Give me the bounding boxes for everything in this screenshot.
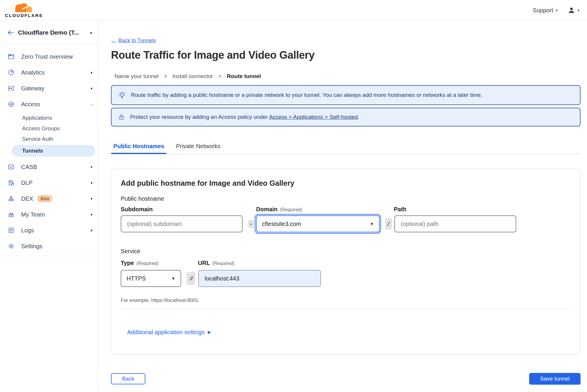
- user-menu[interactable]: ▾: [568, 6, 579, 14]
- dot-separator: .: [248, 220, 254, 228]
- sidebar-item-access-groups[interactable]: Access Groups: [0, 123, 98, 134]
- lightbulb-icon: [118, 91, 126, 99]
- back-arrow-icon: [7, 29, 14, 36]
- expand-arrow-icon: ▶: [208, 328, 211, 336]
- sidebar-item-access[interactable]: Access ▴: [0, 96, 98, 112]
- card-heading: Add public hostname for Image and Video …: [121, 179, 571, 187]
- required-hint: (Required): [212, 261, 235, 266]
- chevron-up-icon: ▴: [91, 102, 92, 106]
- overview-icon: [8, 53, 15, 60]
- breadcrumb: Name your tunnel > Install connector > R…: [111, 73, 581, 80]
- sidebar-item-dlp[interactable]: DLP ▾: [0, 175, 98, 191]
- sidebar-nav: Zero Trust overview Analytics ▾ Gateway: [0, 45, 98, 256]
- sidebar-item-gateway[interactable]: Gateway ▾: [0, 80, 98, 96]
- footer-actions: Back Save tunnel: [111, 373, 581, 385]
- sidebar-item-my-team[interactable]: My Team ▾: [0, 207, 98, 222]
- service-field-labels: Type(Required) URL(Required): [121, 259, 571, 267]
- url-label: URL(Required): [198, 259, 235, 267]
- logo-wordmark: CLOUDFLARE: [5, 13, 43, 18]
- sidebar-item-logs[interactable]: Logs ▾: [0, 222, 98, 238]
- service-fields-row: HTTPS ▼ ://: [121, 270, 571, 287]
- select-caret-icon: ▼: [370, 222, 374, 226]
- additional-settings-toggle[interactable]: Additional application settings ▶: [127, 328, 211, 336]
- dlp-icon: [8, 179, 15, 186]
- protect-banner-text: Protect your resource by adding an Acces…: [130, 114, 359, 120]
- sidebar-divider: [0, 256, 98, 256]
- page-title: Route Traffic for Image and Video Galler…: [111, 48, 581, 62]
- team-icon: [8, 211, 15, 218]
- chevron-down-icon: ▾: [90, 228, 92, 233]
- beta-badge: Beta: [37, 195, 52, 202]
- sidebar-item-applications[interactable]: Applications: [0, 113, 98, 123]
- support-menu[interactable]: Support ▾: [533, 7, 558, 14]
- analytics-icon: [8, 69, 15, 76]
- hostname-tabs: Public Hostnames Private Networks: [111, 143, 581, 154]
- public-hostname-label: Public hostname: [121, 195, 571, 202]
- tip-banner-text: Route traffic by adding a public hostnam…: [131, 92, 482, 98]
- access-applications-self-hosted-link[interactable]: Access > Applications > Self-hosted: [269, 114, 358, 120]
- sidebar-item-service-auth[interactable]: Service Auth: [0, 134, 98, 144]
- slash-separator: /: [385, 218, 392, 230]
- breadcrumb-step-name-tunnel[interactable]: Name your tunnel: [115, 73, 159, 80]
- chevron-down-icon: ▾: [90, 86, 92, 91]
- access-policy-banner: Protect your resource by adding an Acces…: [111, 108, 581, 126]
- back-button[interactable]: Back: [111, 373, 145, 384]
- sidebar-item-analytics[interactable]: Analytics ▾: [0, 65, 98, 80]
- tab-public-hostnames[interactable]: Public Hostnames: [111, 143, 166, 154]
- scheme-separator: ://: [186, 272, 195, 285]
- sidebar-item-tunnels[interactable]: Tunnels: [12, 145, 95, 157]
- breadcrumb-separator: >: [218, 73, 221, 80]
- sidebar-item-casb[interactable]: CASB ▾: [0, 159, 98, 175]
- path-label: Path: [394, 206, 406, 213]
- chevron-down-icon: ▾: [90, 70, 92, 75]
- cloudflare-cloud-icon: [11, 3, 38, 13]
- access-icon: [8, 101, 15, 108]
- chevron-down-icon: ▾: [90, 165, 92, 169]
- service-type-select[interactable]: HTTPS ▼: [121, 270, 181, 287]
- topbar-right: Support ▾ ▾: [533, 6, 579, 14]
- back-to-tunnels-link[interactable]: ← Back to Tunnels: [111, 38, 156, 44]
- hostname-field-labels: Subdomain Domain(Required) Path: [121, 206, 571, 213]
- select-caret-icon: ▼: [171, 276, 175, 281]
- lock-icon: [118, 114, 125, 121]
- cloudflare-logo[interactable]: CLOUDFLARE: [5, 3, 43, 18]
- back-arrow-icon: ←: [111, 38, 116, 44]
- url-example-hint: For example, https://localhost:8001: [121, 298, 571, 303]
- type-label: Type(Required): [121, 259, 198, 267]
- gear-icon: [8, 243, 15, 250]
- chevron-down-icon: ▾: [578, 8, 579, 12]
- sidebar: Cloudflare Demo (T... ▸ Zero Trust overv…: [0, 21, 98, 392]
- sidebar-item-zero-trust-overview[interactable]: Zero Trust overview: [0, 49, 98, 65]
- subdomain-input[interactable]: [121, 215, 243, 232]
- chevron-down-icon: ▾: [90, 197, 92, 201]
- support-label: Support: [533, 7, 553, 14]
- sidebar-item-dex[interactable]: DEX Beta ▾: [0, 191, 98, 207]
- route-traffic-tip-banner: Route traffic by adding a public hostnam…: [111, 85, 581, 105]
- sidebar-item-settings[interactable]: Settings: [0, 238, 98, 254]
- public-hostname-card: Add public hostname for Image and Video …: [111, 169, 581, 354]
- breadcrumb-step-route-tunnel: Route tunnel: [227, 73, 261, 80]
- subdomain-label: Subdomain: [121, 206, 256, 213]
- account-name: Cloudflare Demo (T...: [18, 29, 87, 36]
- path-input[interactable]: [394, 215, 516, 232]
- gateway-icon: [8, 85, 15, 92]
- breadcrumb-step-install-connector[interactable]: Install connector: [172, 73, 213, 80]
- caret-right-icon: ▸: [90, 30, 92, 35]
- domain-select[interactable]: cftestsite3.com ▼: [256, 215, 380, 232]
- required-hint: (Required): [136, 261, 159, 266]
- chevron-down-icon: ▾: [90, 212, 92, 217]
- account-switcher[interactable]: Cloudflare Demo (T... ▸: [0, 21, 98, 45]
- card-divider: [121, 309, 571, 309]
- casb-icon: [8, 163, 15, 170]
- service-url-input[interactable]: [198, 270, 321, 287]
- chevron-down-icon: ▾: [556, 8, 558, 12]
- access-subnav: Applications Access Groups Service Auth …: [0, 112, 98, 159]
- tab-private-networks[interactable]: Private Networks: [174, 143, 223, 154]
- logs-icon: [8, 227, 15, 234]
- main-content: ← Back to Tunnels Route Traffic for Imag…: [98, 21, 587, 392]
- dex-icon: [8, 195, 15, 202]
- user-avatar-icon: [568, 6, 575, 14]
- save-tunnel-button[interactable]: Save tunnel: [529, 373, 581, 385]
- service-label: Service: [121, 248, 571, 255]
- top-bar: CLOUDFLARE Support ▾ ▾: [0, 0, 587, 21]
